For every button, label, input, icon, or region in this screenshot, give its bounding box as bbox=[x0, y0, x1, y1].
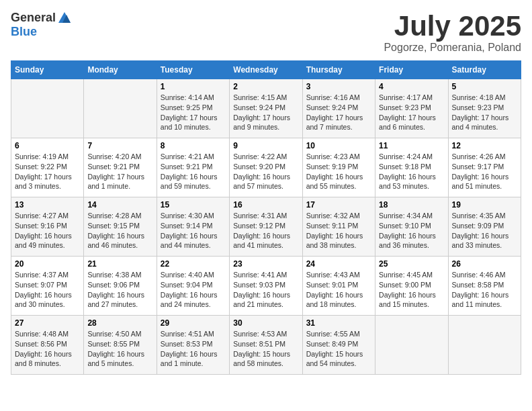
calendar-day-header: Thursday bbox=[302, 61, 375, 79]
calendar-cell: 13Sunrise: 4:27 AMSunset: 9:16 PMDayligh… bbox=[11, 197, 84, 257]
day-number: 29 bbox=[161, 318, 226, 328]
calendar-cell: 28Sunrise: 4:50 AMSunset: 8:55 PMDayligh… bbox=[84, 316, 157, 375]
day-info: Sunrise: 4:40 AMSunset: 9:04 PMDaylight:… bbox=[161, 270, 226, 310]
calendar-cell: 29Sunrise: 4:51 AMSunset: 8:53 PMDayligh… bbox=[157, 316, 229, 375]
calendar-cell: 2Sunrise: 4:15 AMSunset: 9:24 PMDaylight… bbox=[230, 79, 302, 138]
calendar-cell bbox=[84, 79, 157, 138]
day-number: 8 bbox=[161, 141, 226, 150]
title-block: July 2025 Pogorze, Pomerania, Poland bbox=[384, 11, 521, 54]
calendar-title: July 2025 bbox=[384, 11, 521, 42]
day-info: Sunrise: 4:50 AMSunset: 8:55 PMDaylight:… bbox=[87, 329, 152, 369]
calendar-cell: 24Sunrise: 4:43 AMSunset: 9:01 PMDayligh… bbox=[302, 257, 375, 316]
day-number: 10 bbox=[306, 141, 371, 150]
calendar-cell: 8Sunrise: 4:21 AMSunset: 9:21 PMDaylight… bbox=[157, 138, 229, 197]
calendar-cell bbox=[448, 316, 521, 375]
day-info: Sunrise: 4:32 AMSunset: 9:11 PMDaylight:… bbox=[306, 211, 371, 250]
day-number: 12 bbox=[452, 141, 517, 150]
calendar-week-row: 13Sunrise: 4:27 AMSunset: 9:16 PMDayligh… bbox=[11, 197, 521, 257]
day-info: Sunrise: 4:15 AMSunset: 9:24 PMDaylight:… bbox=[233, 93, 298, 132]
calendar-cell: 15Sunrise: 4:30 AMSunset: 9:14 PMDayligh… bbox=[157, 197, 229, 257]
day-number: 24 bbox=[306, 259, 371, 269]
calendar-cell bbox=[11, 79, 84, 138]
calendar-cell: 19Sunrise: 4:35 AMSunset: 9:09 PMDayligh… bbox=[448, 197, 521, 257]
day-info: Sunrise: 4:41 AMSunset: 9:03 PMDaylight:… bbox=[233, 270, 298, 310]
calendar-cell: 21Sunrise: 4:38 AMSunset: 9:06 PMDayligh… bbox=[84, 257, 157, 316]
day-number: 1 bbox=[161, 82, 226, 91]
day-number: 23 bbox=[233, 259, 298, 269]
day-info: Sunrise: 4:53 AMSunset: 8:51 PMDaylight:… bbox=[233, 329, 298, 369]
day-number: 28 bbox=[87, 318, 152, 328]
calendar-cell: 16Sunrise: 4:31 AMSunset: 9:12 PMDayligh… bbox=[230, 197, 302, 257]
calendar-cell: 12Sunrise: 4:26 AMSunset: 9:17 PMDayligh… bbox=[448, 138, 521, 197]
day-number: 9 bbox=[233, 141, 298, 150]
day-info: Sunrise: 4:27 AMSunset: 9:16 PMDaylight:… bbox=[15, 211, 80, 250]
calendar-cell: 18Sunrise: 4:34 AMSunset: 9:10 PMDayligh… bbox=[375, 197, 448, 257]
day-number: 21 bbox=[87, 259, 152, 269]
day-info: Sunrise: 4:24 AMSunset: 9:18 PMDaylight:… bbox=[379, 152, 444, 191]
calendar-day-header: Sunday bbox=[11, 61, 84, 79]
day-info: Sunrise: 4:38 AMSunset: 9:06 PMDaylight:… bbox=[87, 270, 152, 310]
day-info: Sunrise: 4:51 AMSunset: 8:53 PMDaylight:… bbox=[161, 329, 226, 369]
day-info: Sunrise: 4:20 AMSunset: 9:21 PMDaylight:… bbox=[87, 152, 152, 191]
calendar-week-row: 20Sunrise: 4:37 AMSunset: 9:07 PMDayligh… bbox=[11, 257, 521, 316]
day-info: Sunrise: 4:21 AMSunset: 9:21 PMDaylight:… bbox=[161, 152, 226, 191]
day-number: 20 bbox=[15, 259, 80, 269]
day-info: Sunrise: 4:14 AMSunset: 9:25 PMDaylight:… bbox=[161, 93, 226, 132]
day-number: 6 bbox=[15, 141, 80, 150]
day-number: 2 bbox=[233, 82, 298, 91]
day-number: 11 bbox=[379, 141, 444, 150]
day-number: 26 bbox=[452, 259, 517, 269]
logo-general: General bbox=[11, 11, 56, 25]
logo-icon bbox=[57, 11, 72, 26]
day-info: Sunrise: 4:23 AMSunset: 9:19 PMDaylight:… bbox=[306, 152, 371, 191]
calendar-cell: 31Sunrise: 4:55 AMSunset: 8:49 PMDayligh… bbox=[302, 316, 375, 375]
calendar-cell: 27Sunrise: 4:48 AMSunset: 8:56 PMDayligh… bbox=[11, 316, 84, 375]
day-number: 14 bbox=[87, 200, 152, 210]
calendar-cell: 30Sunrise: 4:53 AMSunset: 8:51 PMDayligh… bbox=[230, 316, 302, 375]
day-number: 4 bbox=[379, 82, 444, 91]
day-number: 31 bbox=[306, 318, 371, 328]
calendar-week-row: 27Sunrise: 4:48 AMSunset: 8:56 PMDayligh… bbox=[11, 316, 521, 375]
day-number: 17 bbox=[306, 200, 371, 210]
calendar-cell: 6Sunrise: 4:19 AMSunset: 9:22 PMDaylight… bbox=[11, 138, 84, 197]
logo: General Blue bbox=[11, 11, 72, 39]
calendar-day-header: Tuesday bbox=[157, 61, 229, 79]
calendar-cell: 3Sunrise: 4:16 AMSunset: 9:24 PMDaylight… bbox=[302, 79, 375, 138]
calendar-cell: 20Sunrise: 4:37 AMSunset: 9:07 PMDayligh… bbox=[11, 257, 84, 316]
day-info: Sunrise: 4:45 AMSunset: 9:00 PMDaylight:… bbox=[379, 270, 444, 310]
calendar-cell bbox=[375, 316, 448, 375]
day-info: Sunrise: 4:37 AMSunset: 9:07 PMDaylight:… bbox=[15, 270, 80, 310]
calendar-day-header: Monday bbox=[84, 61, 157, 79]
day-info: Sunrise: 4:55 AMSunset: 8:49 PMDaylight:… bbox=[306, 329, 371, 369]
day-number: 25 bbox=[379, 259, 444, 269]
calendar-week-row: 6Sunrise: 4:19 AMSunset: 9:22 PMDaylight… bbox=[11, 138, 521, 197]
day-info: Sunrise: 4:19 AMSunset: 9:22 PMDaylight:… bbox=[15, 152, 80, 191]
day-info: Sunrise: 4:46 AMSunset: 8:58 PMDaylight:… bbox=[452, 270, 517, 310]
day-info: Sunrise: 4:43 AMSunset: 9:01 PMDaylight:… bbox=[306, 270, 371, 310]
calendar-cell: 17Sunrise: 4:32 AMSunset: 9:11 PMDayligh… bbox=[302, 197, 375, 257]
day-number: 22 bbox=[161, 259, 226, 269]
day-info: Sunrise: 4:31 AMSunset: 9:12 PMDaylight:… bbox=[233, 211, 298, 250]
day-info: Sunrise: 4:18 AMSunset: 9:23 PMDaylight:… bbox=[452, 93, 517, 132]
calendar-location: Pogorze, Pomerania, Poland bbox=[384, 42, 521, 54]
calendar-cell: 5Sunrise: 4:18 AMSunset: 9:23 PMDaylight… bbox=[448, 79, 521, 138]
day-number: 30 bbox=[233, 318, 298, 328]
calendar-table: SundayMondayTuesdayWednesdayThursdayFrid… bbox=[11, 60, 521, 375]
calendar-day-header: Friday bbox=[375, 61, 448, 79]
calendar-cell: 26Sunrise: 4:46 AMSunset: 8:58 PMDayligh… bbox=[448, 257, 521, 316]
calendar-cell: 22Sunrise: 4:40 AMSunset: 9:04 PMDayligh… bbox=[157, 257, 229, 316]
logo-blue: Blue bbox=[11, 26, 72, 39]
calendar-cell: 7Sunrise: 4:20 AMSunset: 9:21 PMDaylight… bbox=[84, 138, 157, 197]
day-number: 3 bbox=[306, 82, 371, 91]
day-info: Sunrise: 4:28 AMSunset: 9:15 PMDaylight:… bbox=[87, 211, 152, 250]
day-number: 16 bbox=[233, 200, 298, 210]
day-number: 27 bbox=[15, 318, 80, 328]
calendar-cell: 10Sunrise: 4:23 AMSunset: 9:19 PMDayligh… bbox=[302, 138, 375, 197]
calendar-week-row: 1Sunrise: 4:14 AMSunset: 9:25 PMDaylight… bbox=[11, 79, 521, 138]
day-info: Sunrise: 4:17 AMSunset: 9:23 PMDaylight:… bbox=[379, 93, 444, 132]
day-number: 18 bbox=[379, 200, 444, 210]
day-info: Sunrise: 4:35 AMSunset: 9:09 PMDaylight:… bbox=[452, 211, 517, 250]
calendar-header-row: SundayMondayTuesdayWednesdayThursdayFrid… bbox=[11, 61, 521, 79]
day-number: 15 bbox=[161, 200, 226, 210]
day-info: Sunrise: 4:34 AMSunset: 9:10 PMDaylight:… bbox=[379, 211, 444, 250]
